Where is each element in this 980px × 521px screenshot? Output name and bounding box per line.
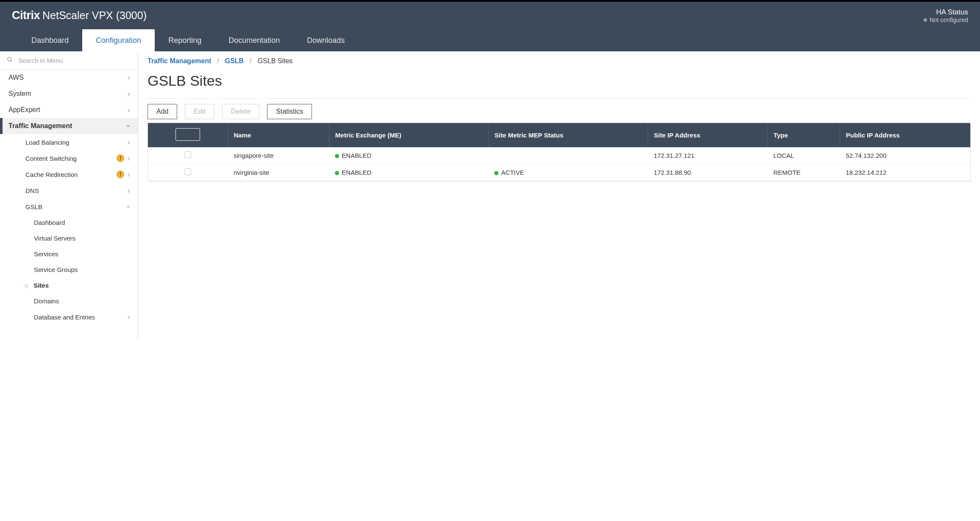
table-row[interactable]: singapore-site ENABLED 172.31.27.121 LOC… bbox=[148, 147, 970, 164]
tab-dashboard[interactable]: Dashboard bbox=[18, 29, 82, 51]
cell-siteip: 172.31.27.121 bbox=[648, 147, 767, 164]
sidebar-item-label: Service Groups bbox=[34, 266, 78, 273]
breadcrumb-gslb[interactable]: GSLB bbox=[225, 57, 244, 65]
row-checkbox[interactable] bbox=[184, 168, 191, 175]
sidebar-item-label: Services bbox=[34, 250, 58, 258]
ha-status-title: HA Status bbox=[924, 8, 968, 17]
brand-strong: Citrix bbox=[12, 9, 40, 22]
cell-mep: ACTIVE bbox=[488, 164, 648, 181]
main-content: Traffic Management / GSLB / GSLB Sites G… bbox=[138, 51, 980, 340]
brand: Citrix NetScaler VPX (3000) bbox=[12, 9, 147, 22]
chevron-right-icon: › bbox=[128, 187, 130, 194]
status-dot-icon bbox=[335, 154, 339, 158]
sidebar-item-sites[interactable]: ☆ Sites bbox=[0, 277, 138, 293]
status-dot-icon bbox=[494, 171, 498, 175]
sidebar-item-label: Load Balancing bbox=[25, 139, 69, 146]
cell-type: REMOTE bbox=[767, 164, 840, 181]
status-dot-icon bbox=[924, 18, 927, 22]
header-metric-exchange[interactable]: Metric Exchange (ME) bbox=[329, 123, 488, 147]
sidebar-item-system[interactable]: System › bbox=[0, 86, 138, 102]
chevron-right-icon: › bbox=[128, 138, 130, 146]
header-public-ip[interactable]: Public IP Address bbox=[840, 123, 970, 147]
sidebar-item-label: AppExpert bbox=[8, 106, 40, 114]
toolbar: Add Edit Delete Statistics bbox=[148, 98, 971, 119]
cell-name: nvirginia-site bbox=[228, 164, 329, 181]
tab-documentation[interactable]: Documentation bbox=[215, 29, 293, 51]
sidebar-item-label: Dashboard bbox=[34, 219, 65, 226]
table-row[interactable]: nvirginia-site ENABLED ACTIVE 172.31.88.… bbox=[148, 164, 970, 181]
tab-downloads[interactable]: Downloads bbox=[293, 29, 358, 51]
header-name[interactable]: Name bbox=[228, 123, 329, 147]
sidebar-item-content-switching[interactable]: Content Switching ! › bbox=[0, 150, 138, 166]
sidebar-item-label: Cache Redirection bbox=[25, 171, 78, 178]
cell-siteip: 172.31.88.90 bbox=[648, 164, 767, 181]
chevron-right-icon: › bbox=[128, 90, 130, 98]
ha-status-block: HA Status Not configured bbox=[924, 8, 968, 23]
sidebar-item-virtual-servers[interactable]: Virtual Servers bbox=[0, 230, 138, 246]
tab-reporting[interactable]: Reporting bbox=[155, 29, 215, 51]
sidebar-item-dns[interactable]: DNS › bbox=[0, 182, 138, 199]
sidebar-item-label: Domains bbox=[34, 297, 59, 305]
sidebar-item-appexpert[interactable]: AppExpert › bbox=[0, 102, 138, 118]
sidebar-item-load-balancing[interactable]: Load Balancing › bbox=[0, 134, 138, 150]
cell-type: LOCAL bbox=[767, 147, 840, 164]
star-icon: ☆ bbox=[24, 282, 29, 289]
sidebar-item-service-groups[interactable]: Service Groups bbox=[0, 262, 138, 277]
cell-me: ENABLED bbox=[329, 147, 488, 164]
edit-button[interactable]: Edit bbox=[185, 104, 214, 119]
sidebar-item-label: Content Switching bbox=[25, 155, 77, 162]
warning-icon: ! bbox=[117, 171, 124, 178]
row-checkbox[interactable] bbox=[184, 151, 191, 158]
main-tabbar: Dashboard Configuration Reporting Docume… bbox=[0, 29, 980, 51]
sidebar-item-label: Sites bbox=[33, 282, 49, 289]
sidebar-item-label: GSLB bbox=[25, 203, 42, 210]
cell-pubip: 52.74.132.200 bbox=[840, 147, 970, 164]
svg-point-0 bbox=[8, 57, 11, 61]
statistics-button[interactable]: Statistics bbox=[267, 104, 312, 119]
sidebar-item-cache-redirection[interactable]: Cache Redirection ! › bbox=[0, 166, 138, 182]
delete-button[interactable]: Delete bbox=[222, 104, 259, 119]
svg-line-1 bbox=[11, 60, 12, 62]
breadcrumb-traffic-management[interactable]: Traffic Management bbox=[148, 57, 211, 65]
chevron-right-icon: › bbox=[128, 154, 130, 162]
cell-name: singapore-site bbox=[228, 147, 329, 164]
brand-rest: NetScaler VPX (3000) bbox=[42, 9, 147, 22]
ha-status-value-row: Not configured bbox=[924, 17, 968, 23]
search-icon bbox=[7, 56, 13, 64]
chevron-down-icon: › bbox=[125, 205, 133, 208]
ha-status-value: Not configured bbox=[930, 17, 968, 23]
sidebar-item-services[interactable]: Services bbox=[0, 246, 138, 262]
sidebar-item-gslb[interactable]: GSLB › bbox=[0, 199, 138, 215]
sidebar-item-domains[interactable]: Domains bbox=[0, 293, 138, 309]
sidebar-search-input[interactable] bbox=[18, 57, 131, 64]
tab-configuration[interactable]: Configuration bbox=[82, 29, 155, 51]
sidebar-item-traffic-management[interactable]: Traffic Management › bbox=[0, 118, 138, 134]
header-site-ip[interactable]: Site IP Address bbox=[648, 123, 767, 147]
sidebar-item-gslb-dashboard[interactable]: Dashboard bbox=[0, 215, 138, 230]
header-mep-status[interactable]: Site Metric MEP Status bbox=[488, 123, 648, 147]
header-checkbox-col bbox=[148, 123, 228, 147]
sidebar-item-database-and-entries[interactable]: Database and Entries › bbox=[0, 309, 138, 325]
sidebar-item-label: System bbox=[8, 90, 31, 98]
app-header: Citrix NetScaler VPX (3000) HA Status No… bbox=[0, 2, 980, 29]
table-header-row: Name Metric Exchange (ME) Site Metric ME… bbox=[148, 123, 970, 147]
sidebar-item-aws[interactable]: AWS › bbox=[0, 70, 138, 86]
breadcrumb-current: GSLB Sites bbox=[258, 57, 293, 65]
sidebar-item-label: AWS bbox=[8, 74, 24, 81]
sidebar-item-label: Virtual Servers bbox=[34, 235, 75, 242]
header-type[interactable]: Type bbox=[767, 123, 840, 147]
sidebar: AWS › System › AppExpert › Traffic Manag… bbox=[0, 51, 138, 340]
cell-pubip: 18.232.14.212 bbox=[840, 164, 970, 181]
cell-me: ENABLED bbox=[329, 164, 488, 181]
chevron-down-icon: › bbox=[125, 125, 133, 127]
breadcrumb: Traffic Management / GSLB / GSLB Sites bbox=[148, 57, 971, 65]
sidebar-item-label: Traffic Management bbox=[8, 122, 72, 130]
chevron-right-icon: › bbox=[128, 171, 130, 178]
select-all-checkbox[interactable] bbox=[175, 128, 200, 141]
gslb-sites-table: Name Metric Exchange (ME) Site Metric ME… bbox=[148, 123, 971, 182]
sidebar-search-row bbox=[0, 51, 138, 70]
cell-mep bbox=[488, 147, 648, 164]
add-button[interactable]: Add bbox=[148, 104, 177, 119]
breadcrumb-separator: / bbox=[217, 57, 219, 65]
chevron-right-icon: › bbox=[128, 313, 130, 321]
